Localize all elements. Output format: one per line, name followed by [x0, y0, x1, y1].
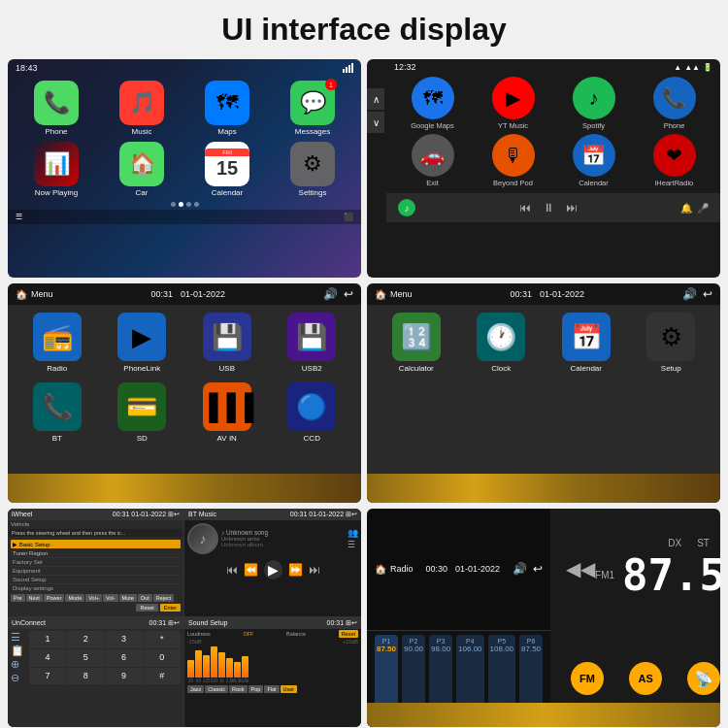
tuner-region[interactable]: Tuner Region [11, 549, 181, 558]
radio-volume-icon[interactable]: 🔊 [513, 562, 527, 576]
mode-b[interactable]: Mode [65, 594, 84, 602]
menu-item-sd[interactable]: 💳 SD [103, 382, 182, 443]
pop-b[interactable]: Pop [248, 685, 264, 693]
as-btn[interactable]: AS [629, 662, 662, 695]
menu-item-avin[interactable]: ▐▐▐ AV IN [187, 382, 267, 443]
carplay-app-nowplaying[interactable]: 📊 Now Playing [16, 142, 97, 197]
mic-icon[interactable]: 🎤 [697, 203, 709, 214]
bt-s-play[interactable]: ▶ [264, 560, 282, 579]
carplay-app-phone[interactable]: 📞 Phone [16, 81, 97, 136]
preset-p1[interactable]: P1 87.50 [375, 635, 398, 722]
mini-player-bar[interactable]: ☰ ⬛ [8, 210, 361, 224]
aa-nav-down[interactable]: ∨ [367, 112, 384, 133]
menu-item-phonelink[interactable]: ▶ PhoneLink [103, 313, 182, 373]
np-8[interactable]: 8 [67, 668, 104, 685]
carplay-app-music[interactable]: 🎵 Music [101, 81, 182, 136]
menu-apps-date: 01-01-2022 [540, 289, 584, 299]
aa-app-iheartradio[interactable]: ❤ iHeartRadio [636, 134, 712, 187]
np-hash[interactable]: # [144, 668, 181, 685]
aa-app-exit[interactable]: 🚗 Exit [394, 134, 471, 187]
radio-seek-left: ◀◀ [566, 557, 595, 580]
enter-b[interactable]: Enter [160, 604, 181, 612]
np-1[interactable]: 1 [29, 631, 66, 648]
bt-s-ff[interactable]: ⏩ [288, 563, 303, 577]
bt-s-prev[interactable]: ⏮ [226, 563, 238, 577]
aa-app-beyondpod[interactable]: 🎙 Beyond Pod [475, 134, 551, 187]
preset-p2[interactable]: P2 90.00 [402, 635, 425, 722]
aa-app-spotify[interactable]: ♪ Spotify [555, 77, 632, 130]
sound-reset[interactable]: Reset [339, 630, 358, 638]
aa-app-ytmusic[interactable]: ▶ YT Music [475, 77, 551, 130]
carplay-app-car[interactable]: 🏠 Car [101, 142, 182, 197]
reset-b[interactable]: Reset [136, 604, 157, 612]
scan-btn[interactable]: 📡 [687, 662, 720, 695]
aa-app-calendar[interactable]: 📅 Calendar [555, 134, 632, 187]
bt-contact[interactable]: 👥 [347, 528, 358, 538]
preset-p5[interactable]: P5 108.00 [488, 635, 515, 722]
power-b[interactable]: Power [44, 594, 65, 602]
bt-s-rw[interactable]: ⏪ [244, 563, 258, 577]
flat-b[interactable]: Flat [264, 685, 279, 693]
menu-item-calculator[interactable]: 🔢 Calculator [377, 313, 456, 373]
rej-b[interactable]: Reject [153, 594, 175, 602]
radio-back-icon[interactable]: ↩ [533, 562, 543, 576]
bt-s-next[interactable]: ⏭ [309, 563, 320, 577]
fm-btn[interactable]: FM [571, 662, 604, 695]
factory-set[interactable]: Factory Set [11, 558, 181, 567]
np-star[interactable]: * [144, 631, 181, 648]
mute-b[interactable]: Mute [119, 594, 137, 602]
equipment[interactable]: Equipment [11, 567, 181, 576]
menu-item-usb[interactable]: 💾 USB [187, 313, 267, 373]
pause-icon[interactable]: ⏸ [543, 201, 554, 215]
aa-play-controls[interactable]: ⏮ ⏸ ⏭ [519, 201, 578, 215]
volup-b[interactable]: Vol+ [85, 594, 102, 602]
vold-b[interactable]: Vol- [103, 594, 117, 602]
menu-item-calendar[interactable]: 📅 Calendar [546, 313, 626, 373]
np-3[interactable]: 3 [106, 631, 143, 648]
display-settings[interactable]: Display settings [11, 584, 181, 592]
bell-icon[interactable]: 🔔 [680, 203, 692, 214]
aa-nav-up[interactable]: ∧ [367, 88, 384, 110]
carplay-app-calendar[interactable]: FRI 15 Calendar [186, 142, 268, 197]
user-b[interactable]: User [281, 685, 298, 693]
out-b[interactable]: Out [138, 594, 152, 602]
aa-app-phone[interactable]: 📞 Phone [636, 77, 712, 130]
skip-back-icon[interactable]: ⏮ [519, 201, 531, 215]
skip-forward-icon[interactable]: ⏭ [566, 201, 578, 215]
classic-b[interactable]: Classic [205, 685, 228, 693]
next-b[interactable]: Next [26, 594, 43, 602]
carplay-app-messages[interactable]: 💬 1 Messages [272, 81, 353, 136]
menu-item-radio[interactable]: 📻 Radio [17, 313, 97, 373]
np-9[interactable]: 9 [106, 668, 143, 685]
menu-item-setup[interactable]: ⚙ Setup [632, 313, 711, 373]
bt-sub-controls[interactable]: ⏮ ⏪ ▶ ⏩ ⏭ [184, 557, 361, 582]
basic-setup[interactable]: ▶ Basic Setup [11, 540, 181, 548]
np-6[interactable]: 6 [106, 649, 143, 667]
preset-p3[interactable]: P3 98.00 [429, 635, 452, 722]
menu-apps-grid: 🔢 Calculator 🕐 Clock 📅 Calendar ⚙ Setup [367, 305, 720, 381]
carplay-app-maps[interactable]: 🗺 Maps [186, 81, 268, 136]
np-5[interactable]: 5 [67, 649, 104, 667]
np-0[interactable]: 0 [144, 649, 181, 667]
aa-app-googlemaps[interactable]: 🗺 Google Maps [394, 77, 471, 130]
back-icon-2[interactable]: ↩ [703, 287, 712, 301]
bt-list[interactable]: ☰ [347, 540, 358, 549]
seek-left-icon[interactable]: ◀◀ [566, 557, 595, 580]
jazz-b[interactable]: Jazz [187, 685, 204, 693]
menu-item-usb2[interactable]: 💾 USB2 [273, 313, 352, 373]
carplay-app-settings[interactable]: ⚙ Settings [272, 142, 353, 197]
preset-p6[interactable]: P6 87.50 [519, 635, 543, 722]
menu-item-bt[interactable]: 📞 BT [17, 382, 97, 443]
sound-setup-menu[interactable]: Sound Setup [11, 576, 181, 584]
volume-icon-2[interactable]: 🔊 [682, 287, 697, 301]
np-2[interactable]: 2 [67, 631, 104, 648]
back-icon[interactable]: ↩ [344, 287, 353, 301]
pre-b[interactable]: Pre [11, 594, 25, 602]
menu-item-ccd[interactable]: 🔵 CCD [273, 382, 352, 443]
menu-item-clock[interactable]: 🕐 Clock [462, 313, 542, 373]
rock-b[interactable]: Rock [229, 685, 248, 693]
np-4[interactable]: 4 [29, 649, 66, 667]
volume-icon[interactable]: 🔊 [323, 287, 338, 301]
preset-p4[interactable]: P4 106.00 [456, 635, 483, 722]
np-7[interactable]: 7 [29, 668, 66, 685]
